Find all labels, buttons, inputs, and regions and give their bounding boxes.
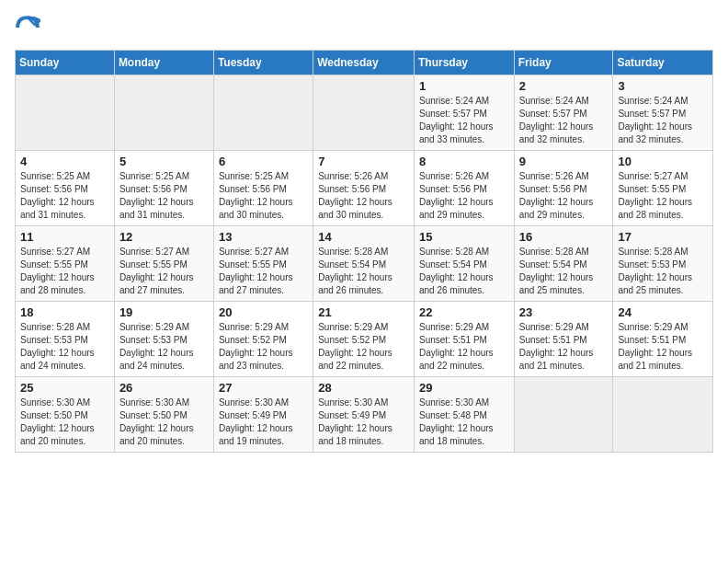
calendar-body: 1Sunrise: 5:24 AM Sunset: 5:57 PM Daylig… [16,75,713,453]
week-row-1: 1Sunrise: 5:24 AM Sunset: 5:57 PM Daylig… [16,75,713,151]
day-cell [16,75,115,151]
day-number: 26 [119,381,209,395]
day-number: 17 [618,230,708,244]
day-cell: 16Sunrise: 5:28 AM Sunset: 5:54 PM Dayli… [514,226,613,302]
header-row: SundayMondayTuesdayWednesdayThursdayFrid… [16,51,713,75]
day-number: 6 [219,155,308,168]
week-row-5: 25Sunrise: 5:30 AM Sunset: 5:50 PM Dayli… [16,377,713,453]
day-info: Sunrise: 5:29 AM Sunset: 5:51 PM Dayligh… [419,321,509,373]
day-number: 16 [519,230,609,244]
day-info: Sunrise: 5:27 AM Sunset: 5:55 PM Dayligh… [20,246,109,297]
day-number: 10 [618,155,708,168]
day-cell: 2Sunrise: 5:24 AM Sunset: 5:57 PM Daylig… [514,75,613,151]
day-number: 23 [519,305,609,319]
day-info: Sunrise: 5:25 AM Sunset: 5:56 PM Dayligh… [20,170,109,222]
day-cell: 24Sunrise: 5:29 AM Sunset: 5:51 PM Dayli… [613,302,713,377]
day-cell [213,75,313,151]
logo [15,15,44,40]
day-number: 18 [20,305,109,319]
day-cell: 28Sunrise: 5:30 AM Sunset: 5:49 PM Dayli… [313,377,415,453]
logo-icon [15,15,40,40]
day-info: Sunrise: 5:29 AM Sunset: 5:53 PM Dayligh… [119,321,209,373]
header-cell-tuesday: Tuesday [213,51,313,75]
day-info: Sunrise: 5:25 AM Sunset: 5:56 PM Dayligh… [219,170,308,222]
day-number: 11 [20,230,109,244]
day-cell: 5Sunrise: 5:25 AM Sunset: 5:56 PM Daylig… [114,151,213,226]
day-number: 21 [318,305,409,319]
day-info: Sunrise: 5:28 AM Sunset: 5:54 PM Dayligh… [519,246,609,297]
day-number: 9 [519,155,609,168]
day-info: Sunrise: 5:25 AM Sunset: 5:56 PM Dayligh… [119,170,209,222]
day-info: Sunrise: 5:30 AM Sunset: 5:49 PM Dayligh… [219,396,308,448]
day-cell: 22Sunrise: 5:29 AM Sunset: 5:51 PM Dayli… [414,302,514,377]
day-number: 19 [119,305,209,319]
week-row-3: 11Sunrise: 5:27 AM Sunset: 5:55 PM Dayli… [16,226,713,302]
day-info: Sunrise: 5:30 AM Sunset: 5:48 PM Dayligh… [419,396,509,448]
day-info: Sunrise: 5:26 AM Sunset: 5:56 PM Dayligh… [419,170,509,222]
day-number: 14 [318,230,409,244]
day-cell: 4Sunrise: 5:25 AM Sunset: 5:56 PM Daylig… [16,151,115,226]
day-cell: 14Sunrise: 5:28 AM Sunset: 5:54 PM Dayli… [313,226,415,302]
day-number: 2 [519,79,609,93]
day-number: 4 [20,155,109,168]
day-cell: 29Sunrise: 5:30 AM Sunset: 5:48 PM Dayli… [414,377,514,453]
day-cell: 8Sunrise: 5:26 AM Sunset: 5:56 PM Daylig… [414,151,514,226]
day-number: 28 [318,381,409,395]
day-cell [313,75,415,151]
day-cell: 10Sunrise: 5:27 AM Sunset: 5:55 PM Dayli… [613,151,713,226]
day-number: 7 [318,155,409,168]
day-info: Sunrise: 5:29 AM Sunset: 5:52 PM Dayligh… [318,321,409,373]
day-cell: 9Sunrise: 5:26 AM Sunset: 5:56 PM Daylig… [514,151,613,226]
day-cell: 25Sunrise: 5:30 AM Sunset: 5:50 PM Dayli… [16,377,115,453]
header-cell-monday: Monday [114,51,213,75]
day-info: Sunrise: 5:24 AM Sunset: 5:57 PM Dayligh… [519,95,609,146]
day-cell: 3Sunrise: 5:24 AM Sunset: 5:57 PM Daylig… [613,75,713,151]
day-info: Sunrise: 5:26 AM Sunset: 5:56 PM Dayligh… [318,170,409,222]
day-number: 22 [419,305,509,319]
day-cell: 21Sunrise: 5:29 AM Sunset: 5:52 PM Dayli… [313,302,415,377]
day-cell [613,377,713,453]
header-cell-wednesday: Wednesday [313,51,415,75]
day-cell: 13Sunrise: 5:27 AM Sunset: 5:55 PM Dayli… [213,226,313,302]
day-cell: 19Sunrise: 5:29 AM Sunset: 5:53 PM Dayli… [114,302,213,377]
day-info: Sunrise: 5:28 AM Sunset: 5:53 PM Dayligh… [618,246,708,297]
day-info: Sunrise: 5:29 AM Sunset: 5:52 PM Dayligh… [219,321,308,373]
day-number: 25 [20,381,109,395]
day-cell: 1Sunrise: 5:24 AM Sunset: 5:57 PM Daylig… [414,75,514,151]
day-cell: 17Sunrise: 5:28 AM Sunset: 5:53 PM Dayli… [613,226,713,302]
day-info: Sunrise: 5:30 AM Sunset: 5:50 PM Dayligh… [20,396,109,448]
day-info: Sunrise: 5:29 AM Sunset: 5:51 PM Dayligh… [519,321,609,373]
day-info: Sunrise: 5:27 AM Sunset: 5:55 PM Dayligh… [119,246,209,297]
header-cell-saturday: Saturday [613,51,713,75]
header-cell-sunday: Sunday [16,51,115,75]
day-info: Sunrise: 5:28 AM Sunset: 5:54 PM Dayligh… [318,246,409,297]
day-info: Sunrise: 5:30 AM Sunset: 5:49 PM Dayligh… [318,396,409,448]
day-cell [114,75,213,151]
day-number: 3 [618,79,708,93]
day-number: 1 [419,79,509,93]
day-number: 15 [419,230,509,244]
day-info: Sunrise: 5:27 AM Sunset: 5:55 PM Dayligh… [219,246,308,297]
day-info: Sunrise: 5:24 AM Sunset: 5:57 PM Dayligh… [618,95,708,146]
day-number: 12 [119,230,209,244]
day-number: 5 [119,155,209,168]
day-cell: 15Sunrise: 5:28 AM Sunset: 5:54 PM Dayli… [414,226,514,302]
day-cell [514,377,613,453]
day-cell: 23Sunrise: 5:29 AM Sunset: 5:51 PM Dayli… [514,302,613,377]
day-number: 29 [419,381,509,395]
day-info: Sunrise: 5:28 AM Sunset: 5:54 PM Dayligh… [419,246,509,297]
day-info: Sunrise: 5:29 AM Sunset: 5:51 PM Dayligh… [618,321,708,373]
week-row-2: 4Sunrise: 5:25 AM Sunset: 5:56 PM Daylig… [16,151,713,226]
day-cell: 26Sunrise: 5:30 AM Sunset: 5:50 PM Dayli… [114,377,213,453]
day-number: 24 [618,305,708,319]
day-number: 20 [219,305,308,319]
day-info: Sunrise: 5:24 AM Sunset: 5:57 PM Dayligh… [419,95,509,146]
day-cell: 12Sunrise: 5:27 AM Sunset: 5:55 PM Dayli… [114,226,213,302]
day-info: Sunrise: 5:26 AM Sunset: 5:56 PM Dayligh… [519,170,609,222]
day-cell: 7Sunrise: 5:26 AM Sunset: 5:56 PM Daylig… [313,151,415,226]
day-info: Sunrise: 5:30 AM Sunset: 5:50 PM Dayligh… [119,396,209,448]
header-cell-thursday: Thursday [414,51,514,75]
day-number: 13 [219,230,308,244]
week-row-4: 18Sunrise: 5:28 AM Sunset: 5:53 PM Dayli… [16,302,713,377]
calendar-table: SundayMondayTuesdayWednesdayThursdayFrid… [15,50,713,453]
